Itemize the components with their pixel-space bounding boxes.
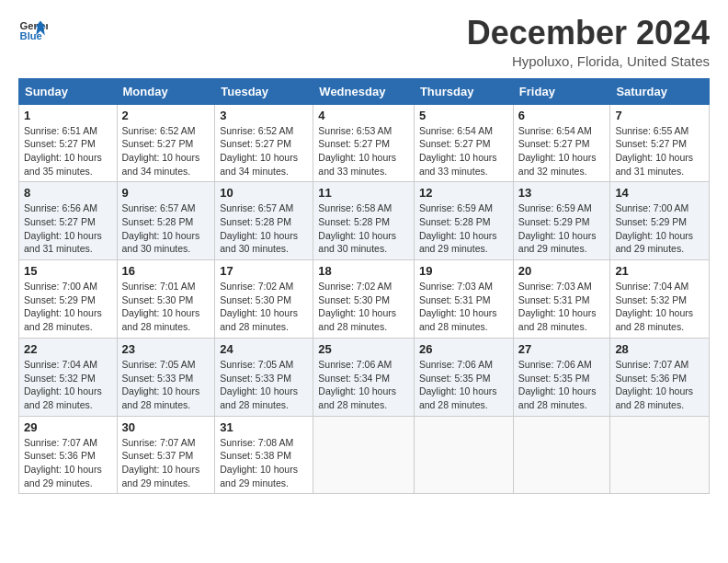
calendar-cell: 30 Sunrise: 7:07 AM Sunset: 5:37 PM Dayl… (117, 416, 215, 494)
day-number: 3 (220, 109, 308, 122)
calendar-cell: 17 Sunrise: 7:02 AM Sunset: 5:30 PM Dayl… (215, 260, 313, 339)
day-info: Sunrise: 7:07 AM Sunset: 5:36 PM Dayligh… (24, 436, 112, 490)
sunrise-label: Sunrise: 7:07 AM (615, 359, 688, 370)
day-info: Sunrise: 6:59 AM Sunset: 5:28 PM Dayligh… (419, 201, 508, 256)
sunset-label: Sunset: 5:28 PM (220, 216, 291, 227)
sunset-label: Sunset: 5:27 PM (122, 138, 194, 149)
calendar-cell: 4 Sunrise: 6:53 AM Sunset: 5:27 PM Dayli… (313, 104, 415, 182)
day-number: 30 (122, 420, 210, 434)
day-number: 18 (318, 264, 409, 278)
calendar-header: SundayMondayTuesdayWednesdayThursdayFrid… (19, 78, 710, 104)
sunrise-label: Sunrise: 6:51 AM (24, 125, 97, 136)
sunset-label: Sunset: 5:34 PM (318, 373, 390, 384)
month-title: December 2024 (467, 15, 710, 52)
daylight-label: Daylight: 10 hours and 33 minutes. (318, 152, 396, 177)
sunset-label: Sunset: 5:27 PM (24, 138, 96, 149)
sunset-label: Sunset: 5:36 PM (24, 450, 96, 461)
day-number: 4 (318, 109, 409, 122)
sunset-label: Sunset: 5:31 PM (518, 294, 590, 305)
calendar-cell: 1 Sunrise: 6:51 AM Sunset: 5:27 PM Dayli… (19, 104, 118, 182)
sunrise-label: Sunrise: 7:08 AM (220, 437, 293, 448)
sunrise-label: Sunrise: 6:53 AM (318, 125, 392, 136)
calendar-cell: 5 Sunrise: 6:54 AM Sunset: 5:27 PM Dayli… (414, 104, 513, 182)
sunset-label: Sunset: 5:29 PM (24, 294, 96, 305)
calendar-cell: 24 Sunrise: 7:05 AM Sunset: 5:33 PM Dayl… (215, 338, 313, 416)
sunrise-label: Sunrise: 7:00 AM (24, 281, 97, 292)
sunset-label: Sunset: 5:27 PM (518, 138, 590, 149)
calendar-week-row: 15 Sunrise: 7:00 AM Sunset: 5:29 PM Dayl… (19, 260, 710, 339)
calendar-cell: 10 Sunrise: 6:57 AM Sunset: 5:28 PM Dayl… (215, 182, 313, 260)
day-info: Sunrise: 7:08 AM Sunset: 5:38 PM Dayligh… (220, 436, 308, 490)
day-info: Sunrise: 7:00 AM Sunset: 5:29 PM Dayligh… (24, 280, 112, 334)
day-info: Sunrise: 6:56 AM Sunset: 5:27 PM Dayligh… (24, 201, 112, 256)
calendar-cell (313, 416, 415, 494)
sunrise-label: Sunrise: 6:54 AM (419, 125, 493, 136)
calendar-cell: 29 Sunrise: 7:07 AM Sunset: 5:36 PM Dayl… (19, 416, 118, 494)
calendar-cell: 8 Sunrise: 6:56 AM Sunset: 5:27 PM Dayli… (19, 182, 118, 260)
day-number: 25 (318, 342, 409, 356)
calendar-cell (610, 416, 710, 494)
sunrise-label: Sunrise: 7:02 AM (220, 281, 293, 292)
day-number: 13 (518, 186, 606, 200)
calendar-cell: 15 Sunrise: 7:00 AM Sunset: 5:29 PM Dayl… (19, 260, 118, 339)
day-info: Sunrise: 7:03 AM Sunset: 5:31 PM Dayligh… (518, 280, 606, 334)
daylight-label: Daylight: 10 hours and 29 minutes. (122, 464, 200, 488)
day-info: Sunrise: 7:06 AM Sunset: 5:35 PM Dayligh… (518, 358, 606, 412)
sunrise-label: Sunrise: 6:54 AM (518, 125, 592, 136)
calendar-week-row: 1 Sunrise: 6:51 AM Sunset: 5:27 PM Dayli… (19, 104, 710, 182)
day-number: 14 (615, 186, 704, 200)
sunset-label: Sunset: 5:27 PM (24, 216, 96, 227)
daylight-label: Daylight: 10 hours and 28 minutes. (122, 385, 200, 410)
day-info: Sunrise: 7:06 AM Sunset: 5:35 PM Dayligh… (419, 358, 508, 412)
logo-icon: General Blue (18, 15, 48, 44)
calendar-cell (414, 416, 513, 494)
day-number: 31 (220, 420, 308, 434)
calendar-cell: 19 Sunrise: 7:03 AM Sunset: 5:31 PM Dayl… (414, 260, 513, 339)
day-info: Sunrise: 7:07 AM Sunset: 5:36 PM Dayligh… (615, 358, 704, 412)
sunrise-label: Sunrise: 6:52 AM (122, 125, 196, 136)
daylight-label: Daylight: 10 hours and 28 minutes. (122, 307, 200, 332)
sunset-label: Sunset: 5:31 PM (419, 294, 491, 305)
day-number: 21 (615, 264, 704, 278)
sunset-label: Sunset: 5:32 PM (615, 294, 687, 305)
day-number: 20 (518, 264, 606, 278)
weekday-header: Tuesday (215, 78, 313, 104)
day-info: Sunrise: 7:02 AM Sunset: 5:30 PM Dayligh… (318, 280, 409, 334)
day-info: Sunrise: 6:52 AM Sunset: 5:27 PM Dayligh… (122, 124, 210, 178)
calendar-cell: 20 Sunrise: 7:03 AM Sunset: 5:31 PM Dayl… (513, 260, 610, 339)
day-info: Sunrise: 6:59 AM Sunset: 5:29 PM Dayligh… (518, 201, 606, 256)
day-number: 26 (419, 342, 508, 356)
calendar-cell: 31 Sunrise: 7:08 AM Sunset: 5:38 PM Dayl… (215, 416, 313, 494)
day-info: Sunrise: 7:01 AM Sunset: 5:30 PM Dayligh… (122, 280, 210, 334)
weekday-header: Thursday (414, 78, 513, 104)
day-info: Sunrise: 6:52 AM Sunset: 5:27 PM Dayligh… (220, 124, 308, 178)
daylight-label: Daylight: 10 hours and 30 minutes. (220, 230, 298, 255)
day-info: Sunrise: 6:53 AM Sunset: 5:27 PM Dayligh… (318, 124, 409, 178)
sunrise-label: Sunrise: 7:07 AM (122, 437, 196, 448)
calendar-week-row: 22 Sunrise: 7:04 AM Sunset: 5:32 PM Dayl… (19, 338, 710, 416)
day-info: Sunrise: 7:05 AM Sunset: 5:33 PM Dayligh… (122, 358, 210, 412)
sunrise-label: Sunrise: 7:00 AM (615, 202, 688, 213)
sunrise-label: Sunrise: 7:07 AM (24, 437, 97, 448)
sunset-label: Sunset: 5:33 PM (220, 373, 291, 384)
day-number: 28 (615, 342, 704, 356)
sunset-label: Sunset: 5:27 PM (419, 138, 491, 149)
weekday-header: Saturday (610, 78, 710, 104)
calendar-cell: 3 Sunrise: 6:52 AM Sunset: 5:27 PM Dayli… (215, 104, 313, 182)
sunrise-label: Sunrise: 7:01 AM (122, 281, 196, 292)
day-number: 7 (615, 109, 704, 122)
calendar-cell: 28 Sunrise: 7:07 AM Sunset: 5:36 PM Dayl… (610, 338, 710, 416)
sunrise-label: Sunrise: 6:59 AM (518, 202, 592, 213)
calendar-cell: 22 Sunrise: 7:04 AM Sunset: 5:32 PM Dayl… (19, 338, 118, 416)
header: General Blue December 2024 Hypoluxo, Flo… (18, 15, 710, 69)
day-number: 29 (24, 420, 112, 434)
calendar-cell: 27 Sunrise: 7:06 AM Sunset: 5:35 PM Dayl… (513, 338, 610, 416)
day-number: 23 (122, 342, 210, 356)
sunset-label: Sunset: 5:37 PM (122, 450, 194, 461)
daylight-label: Daylight: 10 hours and 28 minutes. (419, 307, 497, 332)
sunrise-label: Sunrise: 6:56 AM (24, 202, 97, 213)
day-info: Sunrise: 6:54 AM Sunset: 5:27 PM Dayligh… (518, 124, 606, 178)
day-number: 11 (318, 186, 409, 200)
daylight-label: Daylight: 10 hours and 29 minutes. (220, 464, 298, 488)
calendar-cell: 7 Sunrise: 6:55 AM Sunset: 5:27 PM Dayli… (610, 104, 710, 182)
